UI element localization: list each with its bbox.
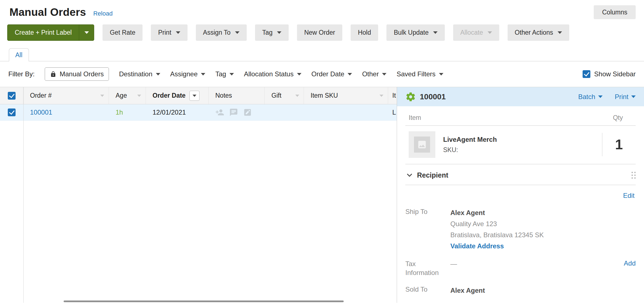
column-item-sku-label: Item SKU xyxy=(311,92,338,99)
bulk-update-button[interactable]: Bulk Update xyxy=(386,24,445,41)
caret-down-icon xyxy=(631,95,636,98)
caret-down-icon xyxy=(201,73,205,75)
add-tax-link[interactable]: Add xyxy=(624,259,636,267)
allocate-label: Allocate xyxy=(460,29,483,36)
order-detail-sidebar: 100001 Batch Print Item Qty xyxy=(397,87,644,303)
batch-dropdown[interactable]: Batch xyxy=(578,93,602,101)
hold-button[interactable]: Hold xyxy=(351,24,378,41)
filter-other-label: Other xyxy=(362,70,379,78)
column-header-item-sku[interactable]: Item SKU xyxy=(304,87,388,104)
edit-link[interactable]: Edit xyxy=(623,192,635,199)
toolbar: Create + Print Label Get Rate Print Assi… xyxy=(0,20,644,41)
drag-handle-icon[interactable] xyxy=(631,172,636,179)
caret-down-icon xyxy=(558,31,562,34)
tag-button[interactable]: Tag xyxy=(255,24,289,41)
batch-label: Batch xyxy=(578,93,595,101)
edit-note-icon[interactable] xyxy=(243,108,252,117)
assign-to-button[interactable]: Assign To xyxy=(196,24,247,41)
orders-table: Order # Age Order Date Notes Gift Item S… xyxy=(0,87,397,303)
filter-assignee[interactable]: Assignee xyxy=(170,70,206,78)
column-header-order-date[interactable]: Order Date xyxy=(146,87,209,104)
filter-bar: Filter By: Manual Orders Destination Ass… xyxy=(0,61,644,87)
caret-down-icon xyxy=(297,73,301,75)
filter-caret-icon[interactable] xyxy=(295,95,299,97)
column-header-item[interactable]: It xyxy=(388,87,397,104)
filter-other[interactable]: Other xyxy=(362,70,386,78)
caret-down-icon xyxy=(84,31,89,34)
item-info: LiveAgent Merch SKU: xyxy=(443,136,497,154)
other-actions-button[interactable]: Other Actions xyxy=(508,24,569,41)
ship-to-value: Alex Agent Quality Ave 123 Bratislava, B… xyxy=(450,207,544,252)
tab-all-label: All xyxy=(15,51,23,59)
filter-allocation-status-label: Allocation Status xyxy=(244,70,294,78)
sold-to-row: Sold To Alex Agent xyxy=(405,285,636,296)
filter-tag[interactable]: Tag xyxy=(215,70,234,78)
column-order-number-label: Order # xyxy=(30,92,52,99)
filter-manual-orders[interactable]: Manual Orders xyxy=(45,67,109,81)
item-name: LiveAgent Merch xyxy=(443,136,497,143)
row-checkbox[interactable] xyxy=(8,108,16,116)
row-age-cell: 1h xyxy=(109,108,146,116)
filter-caret-icon[interactable] xyxy=(100,95,104,97)
print-label: Print xyxy=(615,93,628,101)
chevron-down-icon[interactable] xyxy=(405,171,414,179)
filter-by-label: Filter By: xyxy=(8,70,35,78)
new-order-label: New Order xyxy=(304,29,335,36)
content-area: Order # Age Order Date Notes Gift Item S… xyxy=(0,87,644,303)
column-gift-label: Gift xyxy=(271,92,281,99)
show-sidebar-checkbox[interactable] xyxy=(583,70,590,78)
print-button[interactable]: Print xyxy=(151,24,187,41)
item-name-partial: L xyxy=(392,108,396,116)
filter-order-date[interactable]: Order Date xyxy=(311,70,352,78)
sidebar-order-number: 100001 xyxy=(420,92,446,101)
order-number-link[interactable]: 100001 xyxy=(30,108,52,116)
horizontal-scrollbar[interactable] xyxy=(64,301,344,302)
row-item-cell: L xyxy=(388,108,397,116)
filter-manual-orders-label: Manual Orders xyxy=(60,70,104,78)
column-header-order-number[interactable]: Order # xyxy=(23,87,109,104)
filter-saved-filters[interactable]: Saved Filters xyxy=(396,70,443,78)
select-all-checkbox[interactable] xyxy=(8,92,16,100)
column-header-age[interactable]: Age xyxy=(109,87,146,104)
item-sku: SKU: xyxy=(443,146,497,154)
columns-button[interactable]: Columns xyxy=(594,5,636,19)
caret-down-icon xyxy=(156,73,160,75)
column-header-gift[interactable]: Gift xyxy=(265,87,304,104)
filter-allocation-status[interactable]: Allocation Status xyxy=(244,70,301,78)
items-header: Item Qty xyxy=(405,106,636,126)
filter-destination[interactable]: Destination xyxy=(119,70,160,78)
other-actions-label: Other Actions xyxy=(515,29,553,36)
tab-all[interactable]: All xyxy=(9,48,29,61)
filter-caret-icon[interactable] xyxy=(137,95,141,97)
order-item-row: LiveAgent Merch SKU: 1 xyxy=(405,126,636,164)
row-select-cell xyxy=(0,108,23,116)
get-rate-button[interactable]: Get Rate xyxy=(103,24,143,41)
gear-icon[interactable] xyxy=(405,92,416,102)
validate-address-link[interactable]: Validate Address xyxy=(450,242,504,250)
order-date-sort-button[interactable] xyxy=(189,91,199,101)
tab-bar: All xyxy=(0,48,644,61)
column-header-notes[interactable]: Notes xyxy=(209,87,265,104)
order-date-value: 12/01/2021 xyxy=(153,108,186,116)
page-header: Manual Orders Reload Columns xyxy=(0,0,644,20)
manual-orders-page: Manual Orders Reload Columns Create + Pr… xyxy=(0,0,644,303)
filter-caret-icon[interactable] xyxy=(380,95,383,97)
ship-to-row: Ship To Alex Agent Quality Ave 123 Brati… xyxy=(405,207,636,252)
create-print-label-main[interactable]: Create + Print Label xyxy=(8,25,79,41)
new-order-button[interactable]: New Order xyxy=(297,24,342,41)
print-dropdown[interactable]: Print xyxy=(615,93,636,101)
page-title: Manual Orders xyxy=(9,6,86,18)
note-icon[interactable] xyxy=(229,108,238,117)
allocate-button: Allocate xyxy=(453,24,499,41)
sidebar-body: Item Qty LiveAgent Merch SKU: xyxy=(397,106,644,303)
create-print-label-button[interactable]: Create + Print Label xyxy=(7,24,94,41)
reload-link[interactable]: Reload xyxy=(93,10,113,17)
create-print-label-dropdown[interactable] xyxy=(79,25,94,41)
table-row[interactable]: 100001 1h 12/01/2021 L xyxy=(0,104,397,121)
ship-to-street: Quality Ave 123 xyxy=(450,218,544,229)
assign-icon[interactable] xyxy=(215,108,224,117)
tax-information-value: — xyxy=(450,259,457,268)
caret-down-icon xyxy=(382,73,386,75)
sidebar-header-links: Batch Print xyxy=(578,93,636,101)
items-header-qty: Qty xyxy=(613,114,623,122)
